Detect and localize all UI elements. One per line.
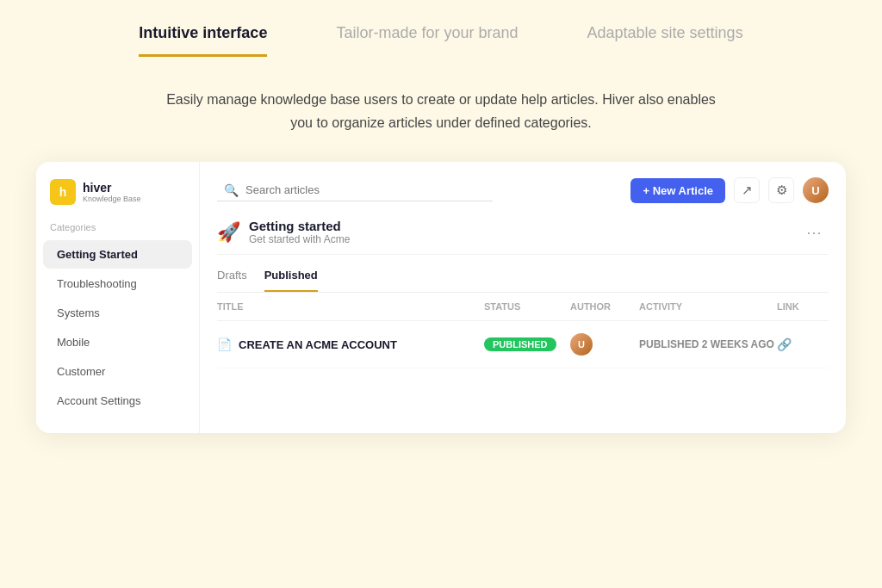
activity-text: Published 2 weeks ago [639, 338, 774, 350]
settings-icon[interactable]: ⚙ [768, 177, 794, 203]
sidebar-item-systems[interactable]: Systems [43, 299, 192, 327]
col-header-title: TITLE [217, 301, 484, 312]
tab-adaptable-settings[interactable]: Adaptable site settings [587, 24, 743, 57]
app-logo: h hiver Knowledge Base [36, 179, 199, 219]
tab-tailor-brand[interactable]: Tailor-made for your brand [336, 24, 518, 57]
user-avatar[interactable]: U [803, 177, 829, 203]
published-badge: Published [484, 337, 556, 351]
table-header: TITLE STATUS AUTHOR ACTIVITY LINK [217, 293, 829, 321]
toolbar: 🔍 + New Article ↗ ⚙ U [217, 177, 829, 203]
search-bar[interactable]: 🔍 [217, 180, 493, 201]
col-header-author: AUTHOR [570, 301, 639, 312]
search-input[interactable] [245, 183, 486, 196]
top-tabs-bar: Intuitive interface Tailor-made for your… [0, 0, 882, 57]
main-description: Easily manage knowledge base users to cr… [165, 88, 717, 134]
category-text: Getting started Get started with Acme [249, 219, 350, 245]
col-header-link: LINK [777, 301, 829, 312]
article-tabs: Drafts Published [217, 269, 829, 293]
article-status: Published [484, 339, 570, 350]
tab-published[interactable]: Published [264, 269, 318, 292]
articles-table: TITLE STATUS AUTHOR ACTIVITY LINK 📄 Crea… [217, 293, 829, 368]
sidebar-item-customer[interactable]: Customer [43, 357, 192, 386]
new-article-button[interactable]: + New Article [630, 178, 725, 203]
col-header-activity: ACTIVITY [639, 301, 777, 312]
article-activity: Published 2 weeks ago [639, 338, 777, 350]
category-emoji: 🚀 [217, 221, 240, 244]
category-header: 🚀 Getting started Get started with Acme … [217, 219, 829, 255]
tab-intuitive-interface[interactable]: Intuitive interface [139, 24, 267, 57]
sidebar-section-label: Categories [36, 219, 199, 239]
col-header-status: STATUS [484, 301, 570, 312]
tab-drafts[interactable]: Drafts [217, 269, 247, 292]
app-card: h hiver Knowledge Base Categories Gettin… [36, 162, 846, 433]
sidebar-item-mobile[interactable]: Mobile [43, 328, 192, 356]
main-panel: 🔍 + New Article ↗ ⚙ U 🚀 Getting started … [200, 162, 846, 433]
sidebar: h hiver Knowledge Base Categories Gettin… [36, 162, 200, 433]
article-title-text: Create an Acme account [239, 338, 397, 351]
category-description: Get started with Acme [249, 233, 350, 245]
document-icon: 📄 [217, 337, 232, 351]
category-title: Getting started [249, 219, 350, 233]
article-author: U [570, 333, 639, 356]
card-wrapper: h hiver Knowledge Base Categories Gettin… [0, 162, 882, 467]
sidebar-item-account-settings[interactable]: Account Settings [43, 387, 192, 415]
article-title[interactable]: 📄 Create an Acme account [217, 337, 484, 351]
logo-name: hiver [83, 181, 141, 195]
category-info: 🚀 Getting started Get started with Acme [217, 219, 350, 245]
link-icon[interactable]: 🔗 [777, 337, 792, 351]
logo-sub: Knowledge Base [83, 195, 141, 204]
logo-icon: h [50, 179, 76, 205]
article-link[interactable]: 🔗 [777, 337, 829, 351]
table-row[interactable]: 📄 Create an Acme account Published U Pub… [217, 321, 829, 368]
author-avatar: U [570, 333, 593, 356]
logo-text: hiver Knowledge Base [83, 181, 141, 205]
search-icon: 🔍 [224, 183, 239, 197]
toolbar-right: + New Article ↗ ⚙ U [630, 177, 829, 203]
external-link-icon[interactable]: ↗ [734, 177, 760, 203]
sidebar-item-troubleshooting[interactable]: Troubleshooting [43, 269, 192, 298]
more-options-icon[interactable]: ⋯ [799, 220, 829, 245]
sidebar-item-getting-started[interactable]: Getting Started [43, 240, 192, 269]
